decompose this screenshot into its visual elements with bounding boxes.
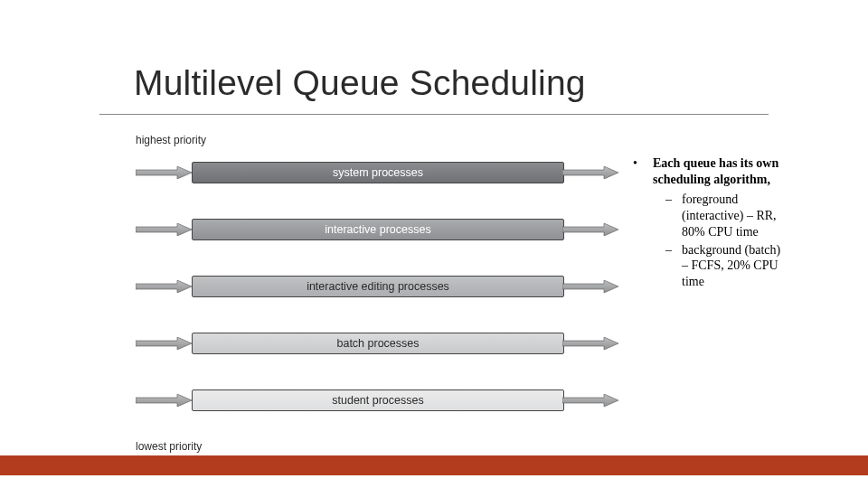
multilevel-queue-diagram: highest priority system processes intera…: [136, 134, 615, 453]
notes-panel: • Each queue has its own scheduling algo…: [633, 155, 787, 290]
arrow-right-icon: [562, 394, 618, 407]
arrow-right-icon: [562, 166, 618, 179]
notes-sub-foreground: foreground (interactive) – RR, 80% CPU t…: [682, 192, 787, 240]
queue-row-batch: batch processes: [136, 326, 615, 361]
notes-lead: Each queue has its own scheduling algori…: [653, 156, 778, 186]
arrow-right-icon: [562, 280, 618, 293]
queue-row-interactive-editing: interactive editing processes: [136, 269, 615, 304]
arrow-right-icon: [562, 337, 618, 350]
queue-bar: student processes: [192, 389, 564, 411]
queue-row-system: system processes: [136, 155, 615, 190]
queue-label: system processes: [333, 166, 423, 179]
queue-label: batch processes: [336, 337, 419, 350]
queue-label: interactive editing processes: [307, 280, 449, 293]
queue-bar: interactive editing processes: [192, 276, 564, 297]
queue-label: student processes: [332, 394, 423, 407]
highest-priority-label: highest priority: [136, 134, 615, 146]
page-title: Multilevel Queue Scheduling: [134, 63, 586, 103]
dash-icon: –: [665, 242, 682, 291]
dash-icon: –: [665, 192, 682, 240]
arrow-right-icon: [136, 337, 192, 350]
notes-sub-background: background (batch) – FCFS, 20% CPU time: [682, 242, 787, 291]
title-underline: [99, 114, 769, 115]
arrow-right-icon: [562, 223, 618, 236]
queue-bar: system processes: [192, 162, 564, 183]
queue-bar: batch processes: [192, 333, 564, 354]
queue-bar: interactive processes: [192, 219, 564, 240]
bullet-icon: •: [633, 155, 653, 290]
queue-label: interactive processes: [325, 223, 430, 236]
arrow-right-icon: [136, 223, 192, 236]
queue-row-student: student processes: [136, 383, 615, 418]
arrow-right-icon: [136, 280, 192, 293]
arrow-right-icon: [136, 166, 192, 179]
footer-accent-bar: [0, 455, 868, 475]
arrow-right-icon: [136, 394, 192, 407]
lowest-priority-label: lowest priority: [136, 440, 615, 453]
queue-row-interactive: interactive processes: [136, 212, 615, 247]
